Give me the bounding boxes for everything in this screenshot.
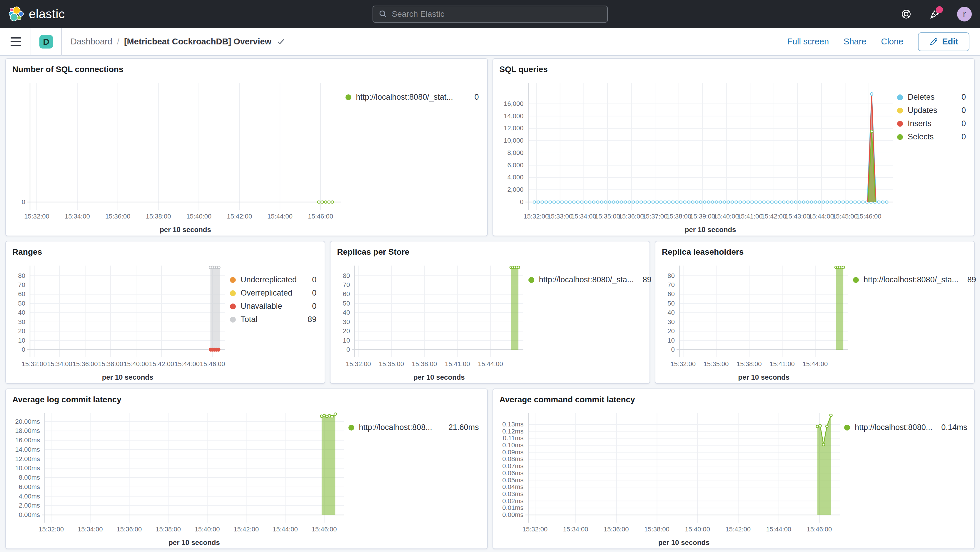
help-button[interactable] (900, 8, 912, 20)
chart-legend: Underreplicated0Overreplicated0Unavailab… (230, 261, 318, 382)
global-search[interactable] (372, 6, 608, 23)
legend-series-value: 0 (953, 106, 966, 115)
legend-item[interactable]: Total89 (230, 313, 317, 326)
elastic-logo[interactable]: elastic (8, 6, 65, 22)
legend-series-label: Total (240, 315, 257, 324)
chart-plot-area[interactable]: 015:32:0015:34:0015:36:0015:38:0015:40:0… (12, 78, 345, 234)
clone-button[interactable]: Clone (881, 37, 903, 46)
divider (61, 28, 62, 56)
x-tick-label: 15:32:00 (339, 360, 377, 368)
y-tick-label: 70 (337, 281, 350, 289)
y-tick-label: 60 (12, 290, 25, 298)
x-axis-title: per 10 seconds (679, 373, 848, 382)
divider (30, 28, 31, 56)
panel-average-log-commit-latency: Average log commit latency 0.00ms2.00ms4… (5, 388, 488, 549)
x-tick-label: 15:46:00 (800, 525, 838, 533)
chart-legend: Deletes0Updates0Inserts0Selects0 (897, 78, 968, 234)
legend-series-value: 0 (303, 288, 317, 297)
x-axis-title: per 10 seconds (355, 373, 523, 382)
y-tick-label: 12.00ms (12, 455, 40, 463)
y-tick-label: 12,000 (500, 124, 523, 132)
panel-sql-queries: SQL queries 02,0004,0006,0008,00010,0001… (493, 58, 975, 236)
legend-series-value: 0 (303, 302, 317, 311)
chart-canvas[interactable] (500, 78, 897, 234)
legend-item[interactable]: Selects0 (897, 130, 966, 143)
legend-series-dot (844, 425, 850, 431)
chart-plot-area[interactable]: 0.00ms0.01ms0.02ms0.03ms0.04ms0.05ms0.06… (500, 409, 845, 547)
full-screen-button[interactable]: Full screen (787, 37, 829, 46)
panel-number-of-sql-connections: Number of SQL connections 015:32:0015:34… (5, 58, 488, 236)
y-tick-label: 6.00ms (12, 483, 40, 491)
y-tick-label: 10.00ms (12, 464, 40, 472)
x-tick-label: 15:46:00 (305, 525, 344, 533)
legend-item[interactable]: http://localhost:8080...0.14ms (844, 421, 966, 434)
x-axis-title: per 10 seconds (528, 226, 892, 234)
legend-series-value: 0.14ms (932, 423, 967, 432)
panel-replica-leaseholders: Replica leaseholders 0102030405060708015… (655, 241, 975, 384)
legend-item[interactable]: Inserts0 (897, 117, 966, 130)
menu-button[interactable] (11, 37, 21, 46)
search-input[interactable] (392, 10, 602, 19)
y-tick-label: 50 (662, 299, 675, 308)
y-tick-label: 70 (12, 281, 25, 289)
legend-item[interactable]: Deletes0 (897, 91, 966, 104)
legend-series-value: 21.60ms (439, 423, 479, 432)
legend-series-label: http://localhost:8080... (855, 423, 932, 432)
chart-plot-area[interactable]: 0102030405060708015:32:0015:34:0015:36:0… (12, 261, 230, 382)
title-caret-icon[interactable] (277, 38, 285, 45)
user-avatar[interactable]: r (957, 7, 972, 21)
chart-plot-area[interactable]: 02,0004,0006,0008,00010,00012,00014,0001… (500, 78, 897, 234)
chart-canvas[interactable] (12, 78, 345, 234)
breadcrumb-separator: / (117, 37, 119, 46)
panel-title: Ranges (12, 247, 318, 261)
legend-item[interactable]: Updates0 (897, 104, 966, 117)
top-bar: elastic (0, 0, 980, 28)
chart-plot-area[interactable]: 0102030405060708015:32:0015:35:0015:38:0… (662, 261, 853, 382)
y-tick-label: 14,000 (500, 112, 523, 120)
chart-plot-area[interactable]: 0102030405060708015:32:0015:35:0015:38:0… (337, 261, 528, 382)
y-tick-label: 4.00ms (12, 492, 40, 501)
legend-item[interactable]: http://localhost:8080/_stat...0 (345, 91, 479, 104)
x-tick-label: 15:34:00 (557, 525, 595, 533)
y-tick-label: 60 (662, 290, 675, 298)
legend-series-label: Underreplicated (240, 275, 297, 285)
y-tick-label: 30 (12, 318, 25, 326)
legend-series-dot (230, 317, 236, 323)
page-title: [Metricbeat CockroachDB] Overview (124, 37, 271, 46)
x-tick-label: 15:35:00 (697, 360, 735, 368)
panel-title: Number of SQL connections (12, 65, 481, 78)
legend-item[interactable]: http://localhost:8080/_sta...89 (528, 273, 641, 286)
legend-series-dot (897, 94, 903, 100)
y-tick-label: 40 (337, 309, 350, 317)
newsfeed-button[interactable] (929, 8, 940, 20)
y-tick-label: 80 (12, 272, 25, 280)
share-button[interactable]: Share (843, 37, 866, 46)
y-tick-label: 20 (337, 327, 350, 335)
legend-item[interactable]: Unavailable0 (230, 300, 317, 313)
legend-item[interactable]: Overreplicated0 (230, 286, 317, 300)
y-tick-label: 16.00ms (12, 436, 40, 444)
y-tick-label: 10 (662, 336, 675, 345)
y-tick-label: 50 (12, 299, 25, 308)
legend-series-value: 0 (953, 93, 966, 102)
x-tick-label: 15:36:00 (99, 213, 137, 220)
edit-button[interactable]: Edit (918, 32, 969, 51)
y-tick-label: 60 (337, 290, 350, 298)
y-tick-label: 40 (662, 309, 675, 317)
panel-title: SQL queries (500, 65, 968, 78)
chart-legend: http://localhost:8080...0.14ms (844, 409, 968, 547)
y-tick-label: 10 (337, 336, 350, 345)
panel-ranges: Ranges 0102030405060708015:32:0015:34:00… (5, 241, 325, 384)
legend-item[interactable]: http://localhost:808...21.60ms (348, 421, 479, 434)
legend-series-label: Deletes (908, 93, 935, 102)
x-tick-label: 15:38:00 (638, 525, 676, 533)
legend-item[interactable]: http://localhost:8080/_sta...89 (853, 273, 966, 286)
breadcrumb-dashboard-link[interactable]: Dashboard (70, 37, 112, 46)
pencil-icon (929, 37, 938, 46)
legend-series-value: 0 (303, 275, 317, 285)
y-tick-label: 20 (12, 327, 25, 335)
legend-item[interactable]: Underreplicated0 (230, 273, 317, 286)
y-tick-label: 20 (662, 327, 675, 335)
chart-plot-area[interactable]: 0.00ms2.00ms4.00ms6.00ms8.00ms10.00ms12.… (12, 409, 348, 547)
legend-series-value: 0 (953, 119, 966, 128)
